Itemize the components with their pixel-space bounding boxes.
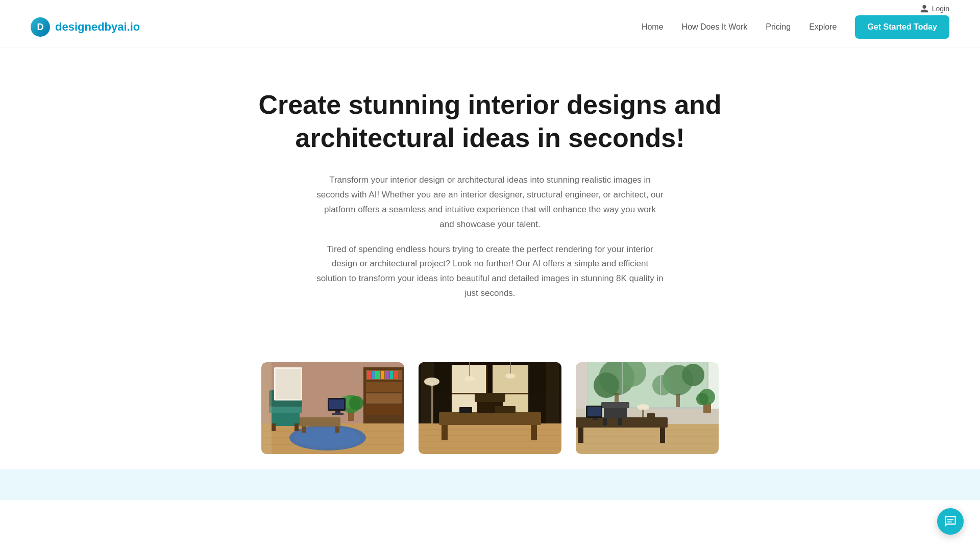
- navbar: D designedbyai.io Home How Does It Work …: [0, 15, 980, 47]
- svg-rect-55: [439, 412, 541, 425]
- svg-point-63: [464, 376, 475, 381]
- svg-rect-57: [531, 425, 537, 440]
- svg-rect-40: [419, 423, 561, 454]
- gallery-item-2[interactable]: [419, 362, 561, 454]
- nav-pricing[interactable]: Pricing: [766, 22, 791, 32]
- gallery-item-3[interactable]: [576, 362, 719, 454]
- svg-rect-36: [332, 413, 344, 415]
- nav-links: Home How Does It Work Pricing Explore Ge…: [642, 15, 949, 39]
- svg-rect-12: [367, 371, 371, 379]
- logo-area[interactable]: D designedbyai.io: [31, 17, 140, 37]
- nav-how-it-works[interactable]: How Does It Work: [682, 22, 748, 32]
- svg-rect-60: [431, 383, 433, 423]
- hero-paragraph-1: Transform your interior design or archit…: [316, 173, 664, 232]
- logo-name: designedbyai.io: [55, 20, 140, 34]
- svg-point-102: [696, 393, 708, 405]
- svg-rect-97: [618, 418, 622, 425]
- svg-rect-26: [335, 427, 339, 433]
- top-bar: Login: [0, 0, 980, 15]
- svg-rect-34: [329, 399, 344, 409]
- svg-rect-14: [375, 371, 380, 379]
- room-image-2: [419, 362, 561, 454]
- svg-rect-83: [576, 423, 719, 454]
- svg-point-99: [637, 404, 649, 410]
- gallery: [0, 342, 980, 454]
- svg-rect-105: [593, 418, 598, 420]
- nav-explore[interactable]: Explore: [809, 22, 837, 32]
- get-started-button[interactable]: Get Started Today: [855, 15, 949, 39]
- svg-point-74: [682, 364, 704, 386]
- svg-rect-66: [459, 407, 472, 413]
- svg-point-75: [652, 375, 673, 395]
- chat-support-button[interactable]: [937, 508, 964, 535]
- svg-rect-95: [601, 402, 629, 408]
- hero-section: Create stunning interior designs and arc…: [0, 47, 980, 342]
- user-icon: [920, 4, 929, 13]
- room-image-3: [576, 362, 719, 454]
- svg-rect-91: [578, 428, 583, 443]
- svg-rect-96: [603, 418, 607, 425]
- logo-icon: D: [31, 17, 50, 37]
- svg-rect-24: [300, 417, 340, 427]
- svg-rect-77: [676, 394, 680, 408]
- chat-icon: [944, 515, 957, 528]
- svg-rect-81: [622, 362, 623, 409]
- svg-point-30: [349, 396, 363, 410]
- svg-rect-82: [660, 362, 661, 409]
- svg-rect-21: [272, 423, 276, 431]
- svg-rect-13: [372, 371, 375, 379]
- hero-heading: Create stunning interior designs and arc…: [204, 88, 776, 155]
- bottom-section: [0, 469, 980, 500]
- login-label: Login: [932, 5, 949, 13]
- svg-rect-93: [647, 413, 655, 428]
- svg-rect-67: [495, 406, 516, 413]
- svg-rect-18: [394, 371, 398, 379]
- svg-rect-54: [546, 362, 559, 423]
- svg-rect-59: [475, 393, 505, 402]
- room-image-1: [261, 362, 404, 454]
- svg-rect-22: [295, 423, 299, 431]
- svg-rect-10: [366, 393, 402, 404]
- svg-rect-17: [390, 371, 393, 379]
- nav-home[interactable]: Home: [642, 22, 664, 32]
- svg-rect-11: [366, 405, 402, 415]
- svg-rect-32: [276, 369, 301, 399]
- svg-rect-94: [604, 407, 627, 418]
- svg-rect-92: [660, 428, 665, 443]
- svg-rect-9: [366, 382, 402, 392]
- svg-point-61: [424, 378, 439, 386]
- svg-point-65: [505, 373, 516, 379]
- login-link[interactable]: Login: [920, 4, 949, 13]
- svg-rect-25: [302, 427, 306, 433]
- gallery-item-1[interactable]: [261, 362, 404, 454]
- svg-rect-37: [261, 362, 272, 454]
- svg-rect-20: [269, 406, 302, 413]
- svg-rect-35: [335, 411, 340, 413]
- svg-rect-16: [385, 371, 389, 379]
- logo-letter: D: [37, 22, 44, 33]
- svg-rect-15: [381, 371, 384, 379]
- svg-rect-104: [587, 407, 601, 416]
- svg-rect-56: [442, 425, 448, 440]
- hero-paragraph-2: Tired of spending endless hours trying t…: [316, 242, 664, 302]
